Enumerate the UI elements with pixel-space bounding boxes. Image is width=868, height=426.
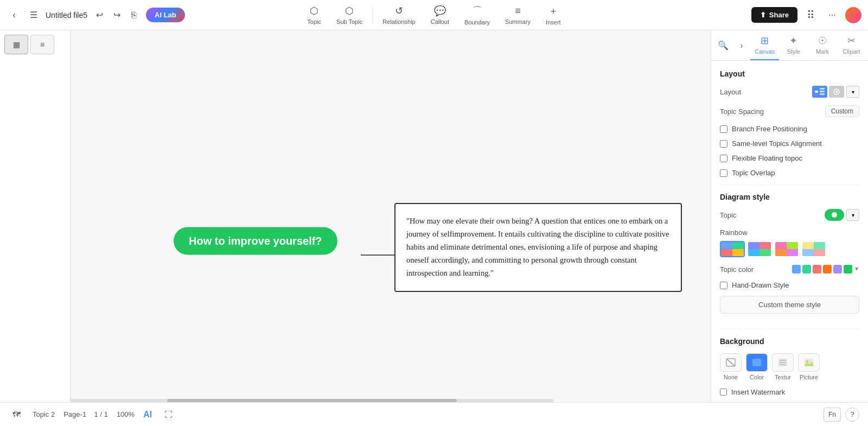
toolbar-callout[interactable]: 💬 Callout [423,2,457,28]
rainbow-option-1[interactable] [720,241,745,257]
apps-button[interactable]: ⠿ [802,7,819,24]
flexible-checkbox[interactable] [720,155,727,162]
watermark-checkbox[interactable] [720,389,727,396]
same-level-checkbox[interactable] [720,140,727,148]
tab-clipart[interactable]: ✂ Clipart [837,30,866,60]
canvas-area[interactable]: How to improve yourself? "How may one el… [71,30,711,402]
back-button[interactable]: ‹ [7,8,22,23]
insert-icon: ＋ [548,4,558,17]
bg-none-icon [720,353,742,372]
color-swatches: ▾ [792,265,859,274]
bottom-right: Fn ? [824,408,859,422]
custom-theme-button[interactable]: Custom theme style [720,296,859,314]
style-tab-icon: ✦ [789,35,797,47]
layout-dropdown-button[interactable]: ▾ [846,86,859,98]
main-topic-node[interactable]: How to improve yourself? [174,227,337,255]
fn-button[interactable]: Fn [824,408,841,422]
tab-mark[interactable]: ☉ Mark [808,30,837,60]
hand-drawn-row: Hand-Drawn Style [720,281,859,289]
panel-tabs: ⊞ Canvas ✦ Style ☉ Mark ✂ Clipart [750,30,866,60]
rainbow-option-3[interactable] [774,241,799,257]
same-level-label: Same-level Topics Alignment [732,139,822,148]
color-swatch-red[interactable] [813,265,821,274]
custom-badge: Custom [825,105,859,117]
toolbar-boundary[interactable]: ⌒ Boundary [457,1,497,29]
topic-spacing-label: Topic Spacing [720,107,825,116]
topic-style-control: ▾ [825,209,859,221]
color-swatch-purple[interactable] [833,265,842,274]
more-button[interactable]: ··· [824,7,841,24]
canvas-scrollbar-track[interactable] [71,399,553,402]
hand-drawn-checkbox[interactable] [720,282,727,289]
toolbar-relationship[interactable]: ↺ Relationship [375,2,423,28]
rainbow-cell [775,249,787,256]
main-topic-text: How to improve yourself? [189,235,322,247]
copy-button[interactable]: ⎘ [126,8,142,23]
canvas-tab-label: Canvas [755,48,775,55]
rainbow-cell [814,242,825,249]
branch-free-checkbox[interactable] [720,125,727,133]
canvas-tab-icon: ⊞ [761,35,769,47]
ai-button[interactable]: AI [143,410,152,419]
subtopic-icon: ⬡ [345,5,354,17]
bg-none-option[interactable]: None [720,353,742,380]
map-icon-button[interactable]: 🗺 [9,407,24,422]
panel-collapse-button[interactable]: › [733,37,750,54]
bg-none-svg [725,358,736,367]
same-level-row: Same-level Topics Alignment [720,139,859,148]
color-more-button[interactable]: ▾ [854,265,859,274]
tab-style[interactable]: ✦ Style [779,30,808,60]
undo-button[interactable]: ↩ [92,8,107,23]
rainbow-cell [721,242,732,249]
canvas-scrollbar-thumb[interactable] [167,399,457,402]
topic-color-row: Topic color ▾ [720,265,859,274]
bg-color-option[interactable]: Color [746,353,768,380]
bg-texture-option[interactable]: Textur [772,353,794,380]
bg-color-label: Color [750,374,764,380]
layout-section-title: Layout [720,69,859,78]
help-button[interactable]: ? [845,408,859,422]
color-swatch-green2[interactable] [844,265,852,274]
branch-free-row: Branch Free Positioning [720,125,859,133]
clipart-tab-icon: ✂ [847,35,856,47]
rainbow-option-4[interactable] [801,241,826,257]
ai-lab-button[interactable]: AI Lab [146,8,185,22]
panel-search-button[interactable]: 🔍 [713,36,733,55]
tab-canvas[interactable]: ⊞ Canvas [750,30,779,60]
topbar-right: ⬆ Share ⠿ ··· [751,7,861,24]
toolbar-insert[interactable]: ＋ Insert [538,1,569,29]
svg-rect-3 [820,93,825,95]
svg-rect-0 [815,91,818,93]
share-button[interactable]: ⬆ Share [751,7,797,23]
hamburger-icon: ☰ [30,10,37,20]
list-view-button[interactable]: ≡ [30,35,54,54]
layout-icon-box [812,86,827,98]
rainbow-option-2[interactable] [747,241,772,257]
grid-view-button[interactable]: ▦ [4,35,28,54]
topbar-nav: ↩ ↪ ⎘ [92,8,142,23]
toolbar-summary[interactable]: ≡ Summary [497,2,538,28]
rainbow-cell [760,249,771,256]
layout-preview-icon2 [832,88,841,96]
main-area: ▦ ≡ How to improve yourself? "How may on… [0,30,868,402]
mark-tab-icon: ☉ [818,35,827,47]
topic-dropdown-button[interactable]: ▾ [846,209,859,221]
color-swatch-blue[interactable] [792,265,801,274]
color-swatch-green[interactable] [802,265,811,274]
layout-preview-icon [815,88,825,96]
toolbar-subtopic[interactable]: ⬡ Sub Topic [329,2,370,28]
bg-texture-icon [772,353,794,372]
color-swatch-orange[interactable] [823,265,832,274]
bg-picture-option[interactable]: Picture [798,353,820,380]
view-toggle: ▦ ≡ [4,35,66,54]
topic-overlap-checkbox[interactable] [720,169,727,177]
info-box[interactable]: "How may one elevate their own being? A … [394,203,682,292]
redo-button[interactable]: ↪ [109,8,124,23]
toolbar-topic-label: Topic [307,18,321,25]
topic-spacing-row: Topic Spacing Custom [720,105,859,117]
svg-rect-1 [820,88,825,90]
toolbar-topic[interactable]: ⬡ Topic [299,2,329,28]
expand-button[interactable]: ⛶ [161,407,176,422]
hamburger-button[interactable]: ☰ [26,8,41,23]
clipart-tab-label: Clipart [843,48,860,55]
